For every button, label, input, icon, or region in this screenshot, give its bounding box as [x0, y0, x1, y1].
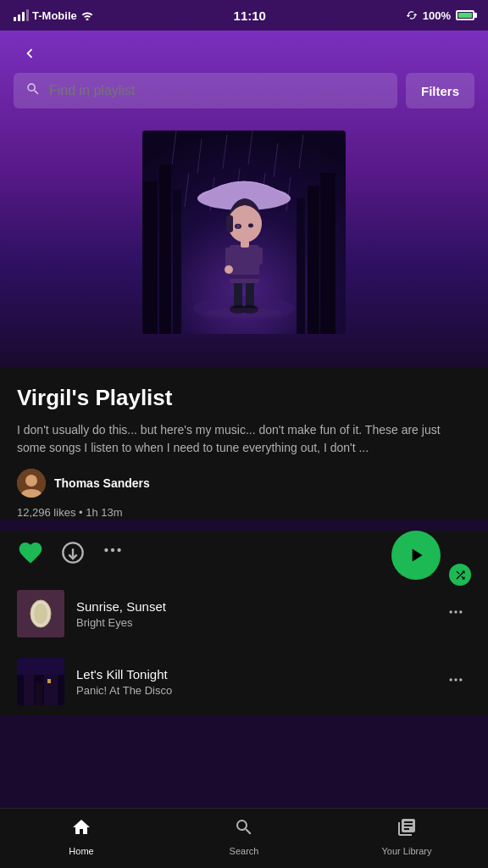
svg-point-57: [450, 678, 452, 681]
track-art-1: [17, 590, 64, 637]
search-row: Filters: [0, 73, 488, 122]
nav-library[interactable]: Your Library: [373, 817, 441, 856]
battery-icon: [456, 10, 474, 20]
track-list: Sunrise, Sunset Bright Eyes: [0, 580, 488, 715]
battery-fill: [458, 13, 472, 18]
svg-point-47: [34, 604, 47, 624]
track-name-1: Sunrise, Sunset: [76, 599, 429, 614]
nav-search[interactable]: Search: [210, 817, 278, 856]
svg-point-43: [117, 548, 120, 552]
library-svg: [396, 817, 417, 837]
home-svg: [71, 817, 92, 837]
cover-illustration: [142, 131, 346, 334]
shuffle-badge[interactable]: [449, 564, 471, 586]
svg-point-48: [450, 610, 452, 613]
play-button[interactable]: [391, 531, 441, 580]
track-more-icon-2: [447, 671, 464, 688]
search-nav-svg: [234, 817, 254, 837]
svg-rect-53: [36, 683, 42, 705]
svg-rect-55: [47, 679, 51, 683]
track-art-2: [17, 658, 64, 705]
stats-separator: •: [79, 506, 86, 519]
svg-point-35: [236, 225, 240, 228]
battery-percent: 100%: [423, 9, 451, 22]
filters-button[interactable]: Filters: [406, 73, 474, 108]
playlist-title: Virgil's Playlist: [17, 385, 471, 411]
status-right: 100%: [406, 9, 474, 22]
nav-library-label: Your Library: [382, 846, 432, 856]
header-area: Filters: [0, 31, 488, 368]
duration: 1h 13m: [86, 506, 122, 519]
track-more-button-1[interactable]: [441, 600, 471, 628]
search-input[interactable]: [49, 83, 385, 98]
svg-point-58: [454, 678, 457, 681]
track-thumbnail-1: [17, 590, 64, 637]
track-info-1: Sunrise, Sunset Bright Eyes: [76, 599, 429, 629]
download-icon: [61, 541, 85, 565]
svg-point-49: [454, 610, 457, 613]
svg-point-30: [225, 265, 233, 274]
search-bar[interactable]: [14, 73, 397, 108]
playlist-description: I don't usually do this... but here's my…: [17, 421, 471, 457]
status-bar: T-Mobile 11:10 100%: [0, 0, 488, 31]
svg-point-42: [111, 548, 114, 552]
avatar-image: [17, 469, 46, 498]
svg-point-36: [248, 224, 253, 228]
wifi-icon: [80, 10, 94, 20]
back-row: [0, 31, 488, 73]
svg-rect-52: [24, 675, 34, 705]
carrier-label: T-Mobile: [32, 9, 77, 22]
likes-count: 12,296 likes: [17, 506, 75, 519]
track-more-icon-1: [447, 604, 464, 620]
svg-rect-6: [308, 186, 319, 334]
track-name-2: Let's Kill Tonight: [76, 667, 429, 682]
nav-home[interactable]: Home: [47, 817, 115, 856]
author-avatar: [17, 469, 46, 498]
info-section: Virgil's Playlist I don't usually do thi…: [0, 368, 488, 519]
search-nav-icon: [234, 817, 254, 843]
shuffle-icon: [454, 569, 467, 581]
track-info-2: Let's Kill Tonight Panic! At The Disco: [76, 667, 429, 697]
svg-rect-21: [234, 279, 242, 309]
more-icon: [102, 539, 124, 561]
track-thumbnail-2: [17, 658, 64, 705]
track-artist-2: Panic! At The Disco: [76, 684, 429, 697]
svg-point-37: [206, 308, 282, 318]
svg-rect-3: [159, 164, 171, 334]
bottom-nav: Home Search Your Library: [0, 808, 488, 868]
svg-rect-5: [320, 173, 336, 334]
actions-row: [0, 531, 488, 580]
clock: 11:10: [234, 8, 266, 23]
svg-rect-33: [226, 215, 233, 232]
back-icon: [20, 44, 39, 63]
playlist-cover-wrap: [0, 122, 488, 351]
svg-point-39: [25, 475, 37, 487]
track-artist-1: Bright Eyes: [76, 616, 429, 629]
back-button[interactable]: [17, 41, 42, 66]
svg-rect-4: [173, 190, 181, 334]
nav-home-label: Home: [69, 846, 93, 856]
playlist-cover: [142, 131, 346, 334]
svg-point-41: [104, 548, 108, 552]
play-icon: [405, 544, 427, 566]
svg-point-59: [459, 678, 462, 681]
home-icon: [71, 817, 92, 843]
svg-rect-2: [142, 181, 158, 334]
more-options-button[interactable]: [102, 539, 124, 566]
status-left: T-Mobile: [14, 9, 94, 22]
svg-rect-56: [17, 658, 64, 675]
lock-rotation-icon: [406, 9, 418, 21]
search-icon: [25, 81, 41, 100]
author-name[interactable]: Thomas Sanders: [54, 476, 150, 490]
track-row[interactable]: Sunrise, Sunset Bright Eyes: [0, 580, 488, 648]
nav-search-label: Search: [230, 846, 259, 856]
track-more-button-2[interactable]: [441, 668, 471, 696]
download-button[interactable]: [61, 541, 85, 565]
library-icon: [396, 817, 417, 843]
like-button[interactable]: [17, 539, 44, 566]
author-row: Thomas Sanders: [17, 469, 471, 498]
track-row-2[interactable]: Let's Kill Tonight Panic! At The Disco: [0, 648, 488, 715]
stats-row: 12,296 likes • 1h 13m: [17, 506, 471, 519]
svg-rect-54: [44, 670, 58, 705]
svg-rect-29: [256, 248, 263, 264]
